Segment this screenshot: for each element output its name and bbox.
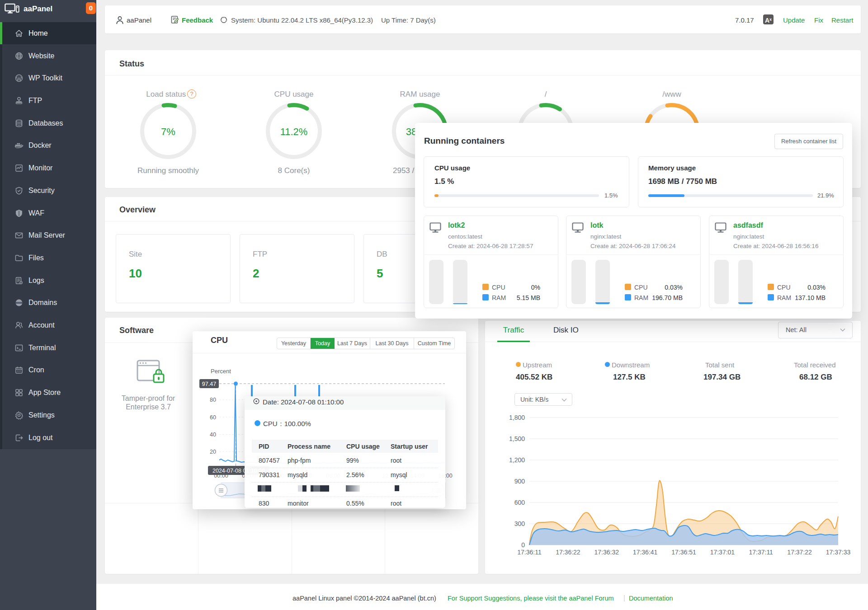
svg-text:17:37:11: 17:37:11 — [749, 549, 773, 556]
svg-text:60: 60 — [210, 414, 216, 421]
svg-text:1,800: 1,800 — [509, 414, 525, 421]
svg-text:17:37:33: 17:37:33 — [826, 549, 851, 556]
svg-text:WWW: WWW — [16, 302, 22, 304]
svg-text:600: 600 — [514, 499, 525, 506]
svg-text:17:37:22: 17:37:22 — [787, 549, 812, 556]
svg-text:17:37:01: 17:37:01 — [710, 549, 735, 556]
svg-text:80: 80 — [210, 397, 216, 403]
svg-text:17:36:41: 17:36:41 — [633, 549, 658, 556]
svg-text:900: 900 — [514, 478, 525, 485]
svg-text:17:36:51: 17:36:51 — [671, 549, 696, 556]
svg-text:20: 20 — [210, 449, 216, 455]
svg-text:97.47: 97.47 — [202, 381, 216, 387]
svg-text:0: 0 — [521, 541, 525, 549]
svg-text:1,200: 1,200 — [509, 456, 525, 464]
svg-text:40: 40 — [210, 432, 216, 438]
svg-text:17:36:11: 17:36:11 — [517, 549, 542, 556]
svg-text:300: 300 — [514, 520, 525, 527]
svg-text:17:36:32: 17:36:32 — [594, 549, 619, 556]
svg-text:17:36:22: 17:36:22 — [556, 549, 580, 556]
svg-text:Percent: Percent — [211, 368, 231, 375]
svg-text:1,500: 1,500 — [509, 435, 525, 442]
